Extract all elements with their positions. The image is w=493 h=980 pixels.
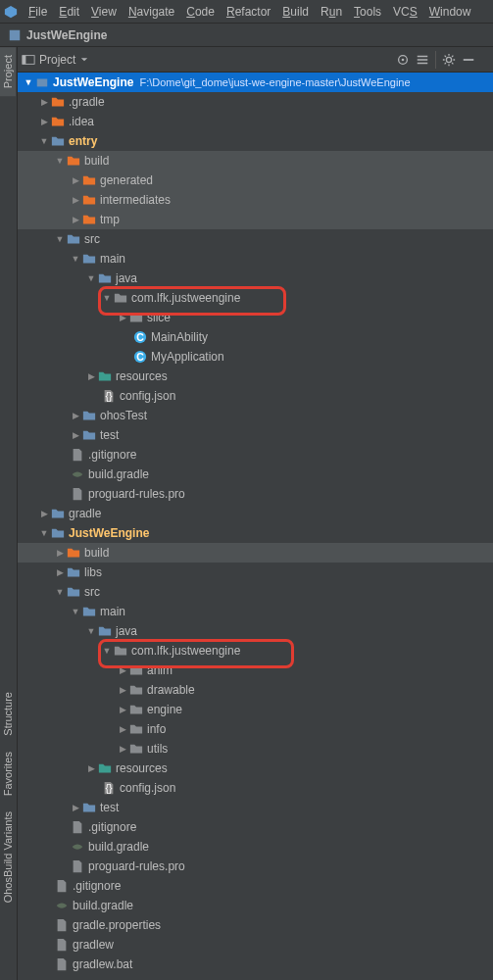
folder-icon [82,428,96,442]
expand-all-icon[interactable] [416,53,429,67]
tree-file[interactable]: .gitignore [18,817,493,837]
sidetab-project[interactable]: Project [0,47,16,96]
tree-file[interactable]: .gitignore [18,876,493,896]
tree-item[interactable]: ▶utils [18,739,493,759]
tree-file[interactable]: gradlew [18,935,493,955]
file-icon [55,879,69,893]
menu-view[interactable]: View [85,3,123,21]
tree-item[interactable]: ▶tmp [18,210,493,229]
tree-item[interactable]: ▶anim [18,661,493,680]
tree-item[interactable]: ▶resources [18,759,493,778]
tree-item[interactable]: ▶gradle [18,504,493,523]
tree-item[interactable]: ▶slice [18,308,493,327]
select-opened-icon[interactable] [396,53,410,67]
tree-item[interactable]: ▼src [18,229,493,249]
folder-icon [82,193,96,207]
folder-icon [82,801,96,814]
tree-file[interactable]: {}config.json [18,386,493,406]
tree-file[interactable]: gradle.properties [18,915,493,935]
tree-item[interactable]: ▶intermediates [18,190,493,210]
tree-item[interactable]: ▶.gradle [18,92,493,112]
folder-icon [67,546,80,560]
menu-code[interactable]: Code [180,3,221,21]
tree-module-entry[interactable]: ▼entry [18,131,493,151]
side-tool-strip: Project Structure Favorites OhosBuild Va… [0,47,18,980]
tree-item[interactable]: ▼java [18,621,493,641]
package-icon [114,291,127,305]
class-icon: C [133,330,147,344]
chevron-down-icon[interactable] [79,53,89,67]
hide-icon[interactable] [462,53,475,67]
json-icon: {} [102,389,116,403]
tree-file[interactable]: proguard-rules.pro [18,857,493,876]
package-icon [114,644,127,658]
tree-root[interactable]: ▼ JustWeEngine F:\Dome\git_dome\just-we-… [18,73,493,92]
tree-file[interactable]: build.gradle [18,896,493,915]
tree-item[interactable]: ▶.idea [18,112,493,131]
gradle-icon [71,840,84,854]
svg-text:{}: {} [105,390,113,402]
menu-build[interactable]: Build [276,3,315,21]
tree-file[interactable]: build.gradle [18,465,493,484]
gradle-icon [71,467,84,481]
breadcrumb: JustWeEngine [0,24,493,47]
file-icon [55,957,69,971]
tree-item[interactable]: ▶build [18,543,493,563]
menu-refactor[interactable]: Refactor [221,3,276,21]
tree-package2[interactable]: ▼com.lfk.justweengine [18,641,493,661]
tree-file[interactable]: .gitignore [18,445,493,465]
tree-item[interactable]: ▶engine [18,700,493,719]
project-view-icon [22,53,35,67]
tree-item[interactable]: ▼build [18,151,493,171]
tree-item[interactable]: ▶test [18,798,493,817]
json-icon: {} [102,781,116,795]
tree-package[interactable]: ▼com.lfk.justweengine [18,288,493,308]
tree-file[interactable]: proguard-rules.pro [18,484,493,504]
file-icon [71,820,84,834]
tree-item[interactable]: ▼src [18,582,493,602]
tree-file[interactable]: gradlew.bat [18,955,493,974]
menu-tools[interactable]: Tools [348,3,387,21]
package-icon [129,742,143,756]
file-icon [55,918,69,932]
tree-item[interactable]: ▶resources [18,367,493,386]
toolbar-divider [435,51,436,69]
menu-vcs[interactable]: VCS [387,3,423,21]
folder-icon [67,565,80,579]
tree-class[interactable]: CMyApplication [18,347,493,367]
tree-file[interactable]: build.gradle [18,837,493,857]
menu-run[interactable]: Run [315,3,348,21]
folder-icon [82,252,96,266]
tree-module-jwe[interactable]: ▼JustWeEngine [18,523,493,543]
file-icon [55,938,69,952]
breadcrumb-project[interactable]: JustWeEngine [26,28,107,42]
tree-item[interactable]: ▶libs [18,563,493,582]
tree-item[interactable]: ▼main [18,602,493,621]
tree-file[interactable]: {}config.json [18,778,493,798]
tree-item[interactable]: ▶generated [18,171,493,190]
tree-item[interactable]: ▼java [18,269,493,288]
tree-class[interactable]: CMainAbility [18,327,493,347]
tree-item[interactable]: ▼main [18,249,493,269]
menu-window[interactable]: Window [423,3,477,21]
menu-file[interactable]: File [23,3,53,21]
folder-icon [67,232,80,246]
project-view-label[interactable]: Project [39,53,75,67]
gradle-icon [55,899,69,912]
tree-item[interactable]: ▶drawable [18,680,493,700]
sidetab-ohos-variants[interactable]: OhosBuild Variants [0,804,16,910]
folder-icon [51,115,65,128]
package-icon [129,683,143,697]
sidetab-favorites[interactable]: Favorites [0,744,16,804]
project-toolbar: Project [0,47,493,73]
tree-item[interactable]: ▶info [18,719,493,739]
tree-item[interactable]: ▶ohosTest [18,406,493,425]
folder-icon [82,605,96,618]
menu-edit[interactable]: Edit [53,3,85,21]
gear-icon[interactable] [442,53,456,67]
menu-navigate[interactable]: Navigate [123,3,180,21]
svg-rect-0 [10,29,21,40]
sidetab-structure[interactable]: Structure [0,684,16,744]
tree-item[interactable]: ▶test [18,425,493,445]
module-folder-icon [51,134,65,148]
